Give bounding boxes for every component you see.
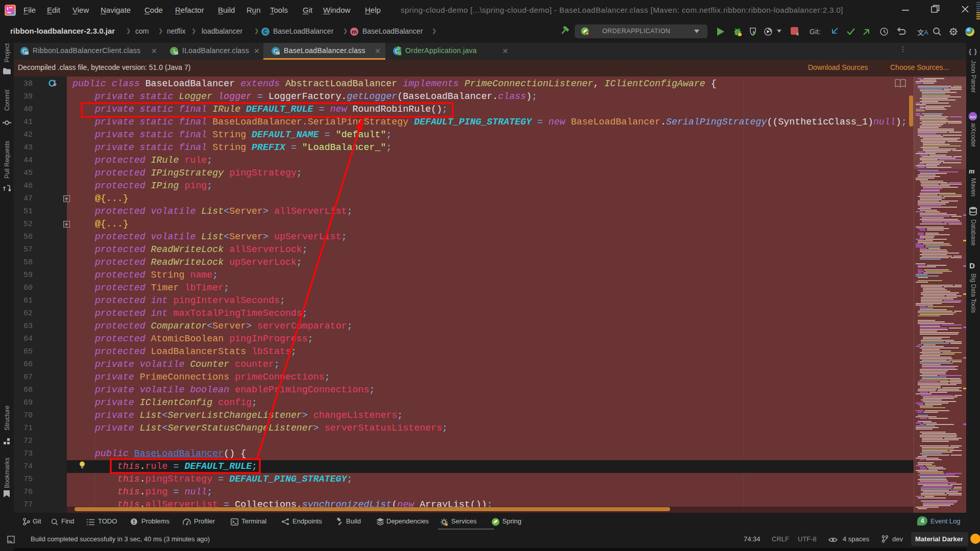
svg-text:AiX: AiX bbox=[970, 115, 976, 119]
